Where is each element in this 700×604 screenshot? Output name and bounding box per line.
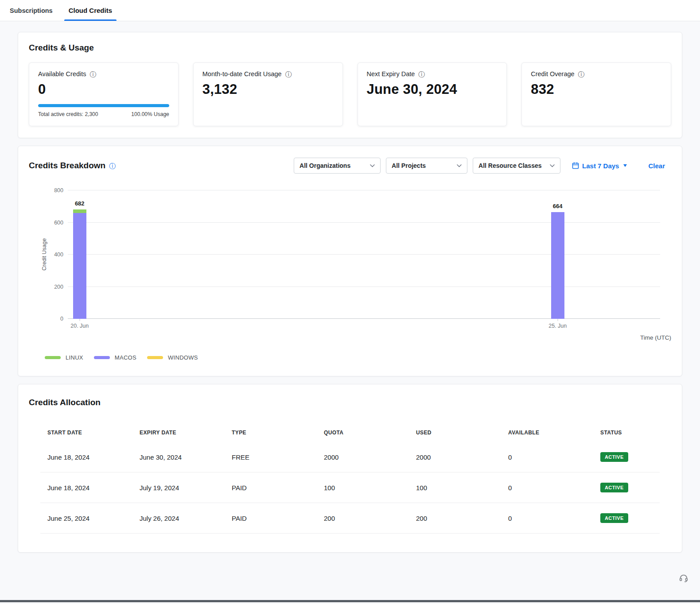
- chart-bar[interactable]: 664: [551, 190, 564, 319]
- clear-filters-button[interactable]: Clear: [648, 162, 665, 170]
- date-range-label: Last 7 Days: [582, 162, 619, 170]
- caret-down-icon: [623, 164, 627, 167]
- bar-segment-macos: [73, 213, 86, 319]
- info-icon[interactable]: ⓘ: [578, 71, 585, 77]
- cell-quota: 200: [317, 515, 409, 522]
- y-tick-label: 200: [54, 284, 63, 290]
- table-row: June 18, 2024 July 19, 2024 PAID 100 100…: [40, 472, 660, 503]
- organizations-select-value: All Organizations: [299, 162, 350, 169]
- resource-classes-select-value: All Resource Classes: [478, 162, 541, 169]
- cell-start-date: June 25, 2024: [40, 515, 132, 522]
- chevron-down-icon: [370, 164, 375, 167]
- cell-quota: 100: [317, 484, 409, 492]
- bar-segment-macos: [551, 212, 564, 319]
- y-tick-label: 800: [54, 187, 63, 194]
- cell-used: 200: [409, 515, 501, 522]
- legend-label: LINUX: [66, 354, 83, 361]
- bar-value-label: 664: [553, 203, 563, 209]
- credit-overage-value: 832: [531, 81, 662, 97]
- cell-available: 0: [501, 484, 593, 492]
- credits-allocation-section: Credits Allocation START DATE EXPIRY DAT…: [18, 384, 682, 553]
- x-tick-mark: [557, 319, 558, 321]
- credits-breakdown-title: Credits Breakdown: [29, 161, 105, 170]
- y-tick-label: 400: [54, 252, 63, 258]
- cell-used: 100: [409, 484, 501, 492]
- resource-classes-select[interactable]: All Resource Classes: [473, 158, 560, 174]
- y-tick-label: 0: [60, 316, 63, 322]
- cell-type: FREE: [225, 453, 317, 461]
- legend-label: MACOS: [115, 354, 136, 361]
- credits-usage-progress-bar: [38, 104, 169, 107]
- chevron-down-icon: [457, 164, 462, 167]
- credits-usage-title: Credits & Usage: [29, 43, 671, 53]
- gridline: [68, 190, 660, 190]
- chart-bar[interactable]: 682: [73, 190, 86, 319]
- status-badge: ACTIVE: [600, 513, 628, 523]
- credits-allocation-title: Credits Allocation: [29, 398, 671, 407]
- bar-value-label: 682: [75, 200, 85, 207]
- cell-quota: 2000: [317, 453, 409, 461]
- gridline: [68, 287, 660, 287]
- cell-expiry-date: July 26, 2024: [132, 515, 225, 522]
- next-expiry-card: Next Expiry Date ⓘ June 30, 2024: [358, 62, 507, 126]
- projects-select[interactable]: All Projects: [386, 158, 467, 174]
- total-active-credits-text: Total active credits: 2,300: [38, 111, 98, 117]
- support-icon[interactable]: [679, 573, 688, 585]
- status-badge: ACTIVE: [600, 452, 628, 462]
- column-header-start-date: START DATE: [40, 430, 132, 436]
- cell-used: 2000: [409, 453, 501, 461]
- legend-label: WINDOWS: [168, 354, 198, 361]
- credit-overage-card: Credit Overage ⓘ 832: [521, 62, 671, 126]
- info-icon[interactable]: ⓘ: [109, 163, 116, 169]
- cell-type: PAID: [225, 515, 317, 522]
- tab-cloud-credits[interactable]: Cloud Credits: [64, 0, 117, 21]
- legend-swatch: [147, 356, 163, 359]
- gridline: [68, 318, 660, 319]
- cell-type: PAID: [225, 484, 317, 492]
- credit-overage-label: Credit Overage: [531, 70, 574, 77]
- gridline: [68, 254, 660, 255]
- credits-usage-section: Credits & Usage Available Credits ⓘ 0 To…: [18, 32, 682, 138]
- legend-item-linux[interactable]: LINUX: [45, 354, 83, 361]
- organizations-select[interactable]: All Organizations: [294, 158, 381, 174]
- legend-swatch: [94, 356, 110, 359]
- status-badge: ACTIVE: [600, 483, 628, 492]
- bar-segment-linux: [73, 209, 86, 213]
- table-row: June 25, 2024 July 26, 2024 PAID 200 200…: [40, 503, 660, 534]
- x-axis-title: Time (UTC): [640, 334, 671, 341]
- projects-select-value: All Projects: [392, 162, 426, 169]
- x-tick-label: 20. Jun: [70, 323, 89, 329]
- column-header-quota: QUOTA: [317, 430, 409, 436]
- available-credits-label: Available Credits: [38, 70, 86, 77]
- cell-expiry-date: June 30, 2024: [132, 453, 225, 461]
- next-expiry-value: June 30, 2024: [367, 81, 498, 97]
- available-credits-card: Available Credits ⓘ 0 Total active credi…: [29, 62, 179, 126]
- column-header-status: STATUS: [593, 430, 660, 436]
- column-header-available: AVAILABLE: [501, 430, 593, 436]
- chart-plot-area: 020040060080068220. Jun66425. Jun: [68, 190, 660, 319]
- stat-card-row: Available Credits ⓘ 0 Total active credi…: [29, 62, 671, 126]
- mtd-usage-value: 3,132: [202, 81, 334, 97]
- cell-available: 0: [501, 453, 593, 461]
- table-header-row: START DATE EXPIRY DATE TYPE QUOTA USED A…: [40, 423, 660, 442]
- credits-usage-progress-fill: [38, 104, 169, 107]
- available-credits-value: 0: [38, 81, 169, 97]
- column-header-type: TYPE: [225, 430, 317, 436]
- horizontal-scrollbar[interactable]: [0, 600, 700, 602]
- legend-item-macos[interactable]: MACOS: [94, 354, 136, 361]
- info-icon[interactable]: ⓘ: [418, 71, 425, 77]
- column-header-expiry-date: EXPIRY DATE: [132, 430, 225, 436]
- legend-item-windows[interactable]: WINDOWS: [147, 354, 198, 361]
- cell-available: 0: [501, 515, 593, 522]
- calendar-icon: [572, 162, 579, 169]
- chart-legend: LINUXMACOSWINDOWS: [45, 354, 671, 361]
- credits-breakdown-section: Credits Breakdown ⓘ All Organizations Al…: [18, 146, 682, 376]
- date-range-picker[interactable]: Last 7 Days: [572, 162, 627, 170]
- info-icon[interactable]: ⓘ: [285, 71, 292, 77]
- next-expiry-label: Next Expiry Date: [367, 70, 415, 77]
- info-icon[interactable]: ⓘ: [90, 71, 97, 77]
- tab-bar: Subscriptions Cloud Credits: [0, 0, 700, 21]
- credit-usage-chart: Credit Usage 020040060080068220. Jun6642…: [29, 187, 671, 342]
- main-content: Credits & Usage Available Credits ⓘ 0 To…: [0, 21, 700, 604]
- tab-subscriptions[interactable]: Subscriptions: [10, 0, 53, 21]
